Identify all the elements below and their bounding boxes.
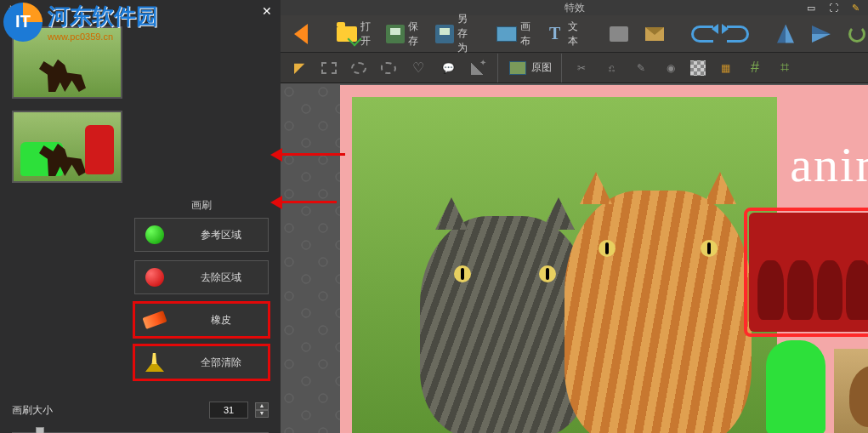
save-as-button[interactable]: 另存为 xyxy=(432,10,476,57)
image-icon xyxy=(509,61,526,75)
red-dot-icon xyxy=(145,268,164,287)
snap-icon: ⌗ xyxy=(774,58,795,78)
open-button[interactable]: 打开 xyxy=(333,18,377,50)
reference-mask-overlay[interactable] xyxy=(766,340,825,433)
selection-toolbar: ◤ ♡ 💬 原图 ✂ ⎌ ✎ ◉ ▦ # ⌗ xyxy=(281,53,868,83)
back-button[interactable] xyxy=(286,20,316,48)
photo-subject xyxy=(564,191,752,433)
pointer-icon: ◤ xyxy=(294,60,304,76)
lasso-icon xyxy=(381,62,396,74)
blur-icon: ◉ xyxy=(661,58,681,78)
heart-shape-tool[interactable]: ♡ xyxy=(405,56,432,80)
guides-tool[interactable]: # xyxy=(741,56,769,80)
canvas-button[interactable]: 画布 xyxy=(493,18,537,50)
erase-panel: 擦除 ✕ 画刷 参考区域 去除区域 xyxy=(0,0,281,433)
checker-icon xyxy=(690,60,706,76)
rotate-icon xyxy=(848,26,865,43)
snap-tool[interactable]: ⌗ xyxy=(771,56,798,80)
side-photo-squirrel[interactable] xyxy=(834,349,868,433)
canvas-icon xyxy=(496,26,517,42)
ellipse-select-tool[interactable] xyxy=(345,56,372,80)
magic-wand-icon xyxy=(471,61,485,75)
canvas-page[interactable]: anima xyxy=(340,85,868,433)
original-thumbnail[interactable] xyxy=(12,26,122,99)
undo-icon xyxy=(691,26,713,43)
eyedropper-icon: ✎ xyxy=(631,58,651,78)
flip-horizontal-icon xyxy=(777,25,794,43)
panel-title: 擦除 xyxy=(9,3,29,18)
print-icon xyxy=(610,26,628,42)
text-button[interactable]: T 文本 xyxy=(542,18,587,50)
clear-all-button[interactable]: 全部清除 xyxy=(134,345,269,379)
edit-icon[interactable]: ✎ xyxy=(849,2,861,14)
brush-size-input[interactable] xyxy=(209,402,248,419)
green-dot-icon xyxy=(145,225,164,244)
undo-button[interactable] xyxy=(687,20,718,48)
minimize-icon[interactable]: ▭ xyxy=(805,2,817,14)
flip-vertical-icon xyxy=(812,26,831,43)
save-icon xyxy=(386,25,405,43)
speech-icon: 💬 xyxy=(442,62,455,74)
maximize-icon[interactable]: ⛶ xyxy=(827,2,839,14)
annotation-arrow xyxy=(281,201,337,203)
brush-size-slider[interactable] xyxy=(12,424,269,433)
flip-v-button[interactable] xyxy=(806,20,837,48)
mail-button[interactable] xyxy=(639,20,670,48)
crop-icon: ✂ xyxy=(571,58,592,78)
ellipse-select-icon xyxy=(351,62,366,74)
rect-select-icon xyxy=(321,62,337,74)
crop-tool[interactable]: ✂ xyxy=(568,56,595,80)
brush-header: 画刷 xyxy=(134,195,269,218)
masked-thumbnail[interactable] xyxy=(12,111,122,183)
eraser-button[interactable]: 橡皮 xyxy=(134,303,269,337)
save-button[interactable]: 保存 xyxy=(383,18,427,50)
save-as-icon xyxy=(435,25,454,43)
folder-open-icon xyxy=(337,26,357,42)
guides-icon: # xyxy=(745,58,765,78)
eraser-icon xyxy=(142,311,167,329)
grid-tool[interactable]: ▦ xyxy=(712,56,739,80)
side-photo-puppies[interactable] xyxy=(749,213,868,332)
speech-shape-tool[interactable]: 💬 xyxy=(434,56,462,80)
window-title: 特效 xyxy=(564,1,585,15)
spin-down-icon[interactable]: ▼ xyxy=(255,410,269,418)
thumb-content xyxy=(39,54,86,92)
redo-icon xyxy=(727,26,749,43)
eyedrop-tool[interactable]: ✎ xyxy=(627,56,655,80)
original-view-button[interactable]: 原图 xyxy=(504,56,555,80)
page-heading[interactable]: anima xyxy=(790,136,868,193)
blur-tool[interactable]: ◉ xyxy=(657,56,684,80)
print-button[interactable] xyxy=(604,20,634,48)
main-toolbar: 打开 保存 另存为 画布 T 文本 xyxy=(281,15,868,53)
main-photo[interactable] xyxy=(352,97,777,433)
pointer-tool[interactable]: ◤ xyxy=(286,56,313,80)
rect-select-tool[interactable] xyxy=(315,56,343,80)
editor-area: 特效 ▭ ⛶ ✎ 打开 保存 另存为 画布 T 文本 xyxy=(281,0,868,433)
canvas-viewport[interactable]: anima xyxy=(281,83,868,433)
remove-area-button[interactable]: 去除区域 xyxy=(134,260,269,294)
mail-icon xyxy=(645,27,664,41)
back-arrow-icon xyxy=(294,24,308,44)
slider-handle[interactable] xyxy=(36,427,44,433)
grid-icon: ▦ xyxy=(715,58,735,78)
rotate-button[interactable] xyxy=(842,20,868,48)
flip-h-button[interactable] xyxy=(770,20,801,48)
heart-icon: ♡ xyxy=(412,60,424,76)
annotation-arrow xyxy=(281,153,345,156)
spin-up-icon[interactable]: ▲ xyxy=(255,402,269,410)
brush-size-label: 画刷大小 xyxy=(12,403,202,418)
broom-icon xyxy=(145,353,164,372)
close-icon[interactable]: ✕ xyxy=(262,4,272,18)
stamp-icon: ⎌ xyxy=(601,58,621,78)
transparency-tool[interactable] xyxy=(687,59,709,77)
lasso-tool[interactable] xyxy=(375,56,402,80)
text-icon: T xyxy=(549,24,560,43)
magic-wand-tool[interactable] xyxy=(464,56,491,80)
redo-button[interactable] xyxy=(723,20,753,48)
reference-area-button[interactable]: 参考区域 xyxy=(134,218,269,252)
stamp-tool[interactable]: ⎌ xyxy=(598,56,625,80)
